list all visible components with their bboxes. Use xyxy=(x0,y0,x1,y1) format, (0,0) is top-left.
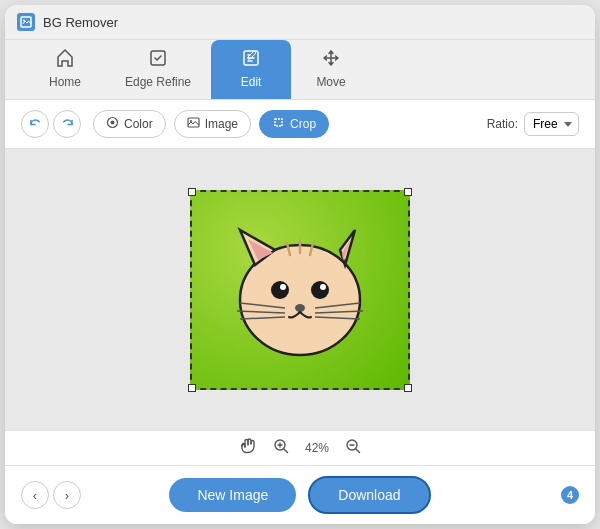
nav-arrows: ‹ › xyxy=(21,481,81,509)
redo-button[interactable] xyxy=(53,110,81,138)
tab-edge-refine-label: Edge Refine xyxy=(125,75,191,89)
home-icon xyxy=(55,48,75,71)
notification-badge: 4 xyxy=(559,484,581,506)
action-bar: ‹ › New Image Download 4 xyxy=(5,465,595,524)
svg-point-18 xyxy=(280,284,286,290)
crop-button[interactable]: Crop xyxy=(259,110,329,138)
image-container xyxy=(190,190,410,390)
next-button[interactable]: › xyxy=(53,481,81,509)
app-icon xyxy=(17,13,35,31)
ratio-group: Ratio: Free 1:1 4:3 16:9 xyxy=(487,112,579,136)
svg-rect-8 xyxy=(275,119,282,126)
svg-rect-6 xyxy=(188,118,199,127)
move-icon xyxy=(321,48,341,71)
app-window: BG Remover Home Edge Refine xyxy=(5,5,595,524)
crop-icon xyxy=(272,116,285,132)
crop-label: Crop xyxy=(290,117,316,131)
zoom-out-icon[interactable] xyxy=(345,438,361,458)
tab-move[interactable]: Move xyxy=(291,40,371,99)
zoom-percentage: 42% xyxy=(305,441,329,455)
tab-edge-refine[interactable]: Edge Refine xyxy=(105,40,211,99)
svg-line-33 xyxy=(356,449,360,453)
svg-point-1 xyxy=(23,20,25,22)
image-button[interactable]: Image xyxy=(174,110,251,138)
ratio-select[interactable]: Free 1:1 4:3 16:9 xyxy=(524,112,579,136)
color-icon xyxy=(106,116,119,132)
color-button[interactable]: Color xyxy=(93,110,166,138)
tab-home-label: Home xyxy=(49,75,81,89)
svg-line-29 xyxy=(284,449,288,453)
title-bar: BG Remover xyxy=(5,5,595,40)
tab-move-label: Move xyxy=(316,75,345,89)
ratio-label: Ratio: xyxy=(487,117,518,131)
edge-refine-icon xyxy=(148,48,168,71)
cat-svg xyxy=(215,205,385,375)
toolbar: Color Image Crop Ratio: Fr xyxy=(5,100,595,149)
undo-button[interactable] xyxy=(21,110,49,138)
svg-point-20 xyxy=(320,284,326,290)
new-image-button[interactable]: New Image xyxy=(169,478,296,512)
color-label: Color xyxy=(124,117,153,131)
cat-image-layer xyxy=(190,190,410,390)
download-button[interactable]: Download xyxy=(308,476,430,514)
nav-tabs: Home Edge Refine Edit xyxy=(5,40,595,100)
edit-icon xyxy=(241,48,261,71)
svg-point-17 xyxy=(271,281,289,299)
svg-point-19 xyxy=(311,281,329,299)
app-title: BG Remover xyxy=(43,15,118,30)
svg-point-21 xyxy=(295,304,305,312)
canvas-area xyxy=(5,149,595,430)
tab-edit[interactable]: Edit xyxy=(211,40,291,99)
svg-point-5 xyxy=(111,121,115,125)
undo-redo-group xyxy=(21,110,81,138)
prev-button[interactable]: ‹ xyxy=(21,481,49,509)
status-bar: 42% xyxy=(5,430,595,465)
image-label: Image xyxy=(205,117,238,131)
zoom-in-icon[interactable] xyxy=(273,438,289,458)
image-icon xyxy=(187,116,200,132)
tab-home[interactable]: Home xyxy=(25,40,105,99)
hand-tool-icon[interactable] xyxy=(239,437,257,459)
tab-edit-label: Edit xyxy=(241,75,262,89)
